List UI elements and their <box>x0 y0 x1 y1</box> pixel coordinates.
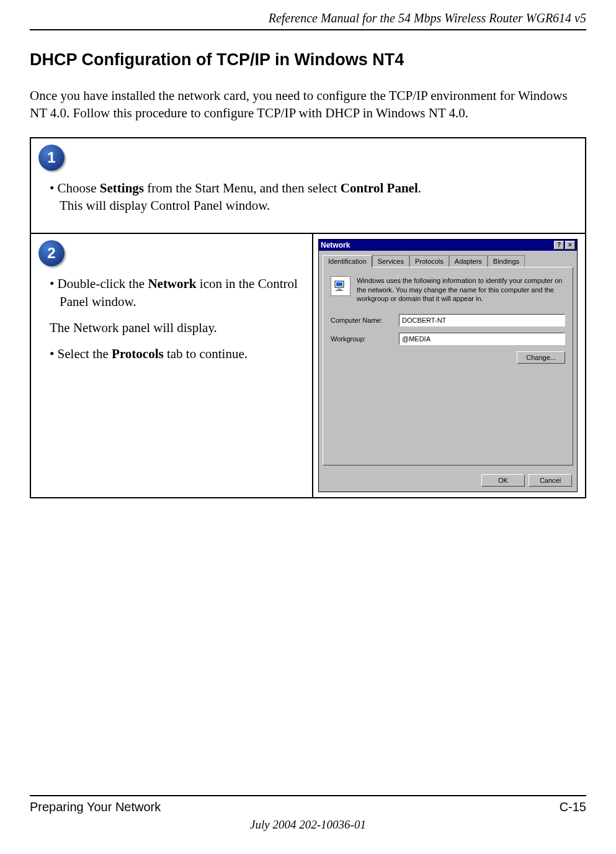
help-button[interactable]: ? <box>554 241 564 249</box>
step-2-text: • Double-click the Network icon in the C… <box>38 275 305 362</box>
computer-icon <box>331 276 350 296</box>
step-2-screenshot-cell: Network ? × Identification Services Prot… <box>313 233 586 498</box>
step1-line2: This will display Control Panel window. <box>60 198 270 213</box>
svg-rect-3 <box>336 290 343 291</box>
dialog-title: Network <box>321 241 350 249</box>
page-header: Reference Manual for the 54 Mbps Wireles… <box>30 0 586 30</box>
step-1-cell: 1 • Choose Settings from the Start Menu,… <box>30 138 586 234</box>
step2-p3-bold: Protocols <box>112 346 164 361</box>
step-2-cell: 2 • Double-click the Network icon in the… <box>30 233 313 498</box>
steps-table: 1 • Choose Settings from the Start Menu,… <box>30 137 586 499</box>
tab-panel: Windows uses the following information t… <box>323 267 573 465</box>
tab-services[interactable]: Services <box>372 255 409 267</box>
step-1-badge: 1 <box>38 145 65 171</box>
step1-pre: • Choose <box>50 181 100 196</box>
step1-bold2: Control Panel <box>341 181 418 196</box>
dialog-tabs: Identification Services Protocols Adapte… <box>319 251 577 267</box>
tab-identification[interactable]: Identification <box>323 255 372 267</box>
tab-bindings[interactable]: Bindings <box>488 255 525 267</box>
dialog-titlebar: Network ? × <box>319 240 577 251</box>
step2-p1-bold: Network <box>148 276 196 291</box>
svg-rect-1 <box>336 282 342 286</box>
page-footer: Preparing Your Network C-15 July 2004 20… <box>30 795 586 832</box>
cancel-button[interactable]: Cancel <box>529 474 572 487</box>
intro-paragraph: Once you have installed the network card… <box>30 87 586 122</box>
tab-adapters[interactable]: Adapters <box>449 255 488 267</box>
footer-left: Preparing Your Network <box>30 800 161 814</box>
step2-p2: The Network panel will display. <box>50 319 305 336</box>
footer-right: C-15 <box>560 800 586 814</box>
dialog-info-text: Windows uses the following information t… <box>357 276 565 303</box>
svg-rect-2 <box>337 289 341 290</box>
workgroup-input[interactable] <box>399 333 565 345</box>
step1-bold1: Settings <box>100 181 144 196</box>
computer-name-input[interactable] <box>399 314 565 326</box>
ok-button[interactable]: OK <box>481 474 525 487</box>
step-2-badge: 2 <box>38 240 65 266</box>
step2-p1-pre: • Double-click the <box>50 276 148 291</box>
step1-mid: from the Start Menu, and then select <box>144 181 341 196</box>
step-1-text: • Choose Settings from the Start Menu, a… <box>38 179 578 215</box>
close-button[interactable]: × <box>565 241 575 249</box>
network-dialog: Network ? × Identification Services Prot… <box>318 239 578 492</box>
step2-p3-post: tab to continue. <box>164 346 248 361</box>
section-heading: DHCP Configuration of TCP/IP in Windows … <box>30 50 586 70</box>
workgroup-label: Workgroup: <box>331 335 399 343</box>
step1-post: . <box>418 181 421 196</box>
tab-protocols[interactable]: Protocols <box>409 255 449 267</box>
step2-p3-pre: • Select the <box>50 346 112 361</box>
change-button[interactable]: Change... <box>517 351 565 364</box>
computer-name-label: Computer Name: <box>331 317 399 324</box>
footer-date: July 2004 202-10036-01 <box>30 818 586 832</box>
